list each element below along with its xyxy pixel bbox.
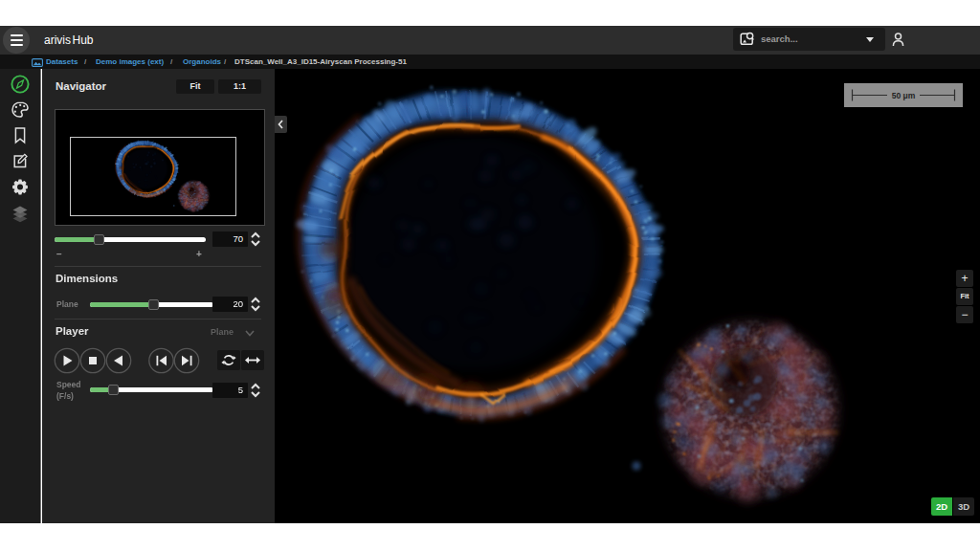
svg-text:50 μm: 50 μm bbox=[892, 91, 916, 100]
